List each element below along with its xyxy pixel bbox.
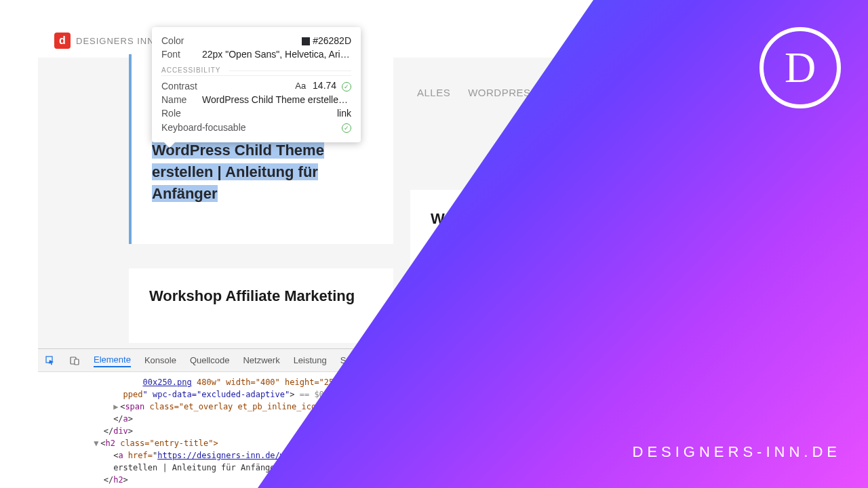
- tab-elemente[interactable]: Elemente: [94, 353, 131, 367]
- tooltip-name-label: Name: [161, 94, 186, 105]
- brand-circle-logo: D: [760, 27, 841, 108]
- svg-rect-2: [75, 359, 79, 365]
- tab-netzwerk[interactable]: Netzwerk: [243, 354, 279, 367]
- device-toolbar-icon[interactable]: [69, 355, 80, 366]
- inspect-icon[interactable]: [45, 355, 56, 366]
- site-logo[interactable]: d DESIGNERS INN: [54, 33, 155, 49]
- tab-quellcode[interactable]: Quellcode: [190, 354, 230, 367]
- article-card-2[interactable]: Workshop Affiliate Marketing: [129, 268, 393, 343]
- tooltip-name-value: WordPress Child Theme erstellen | A...: [202, 94, 351, 105]
- tooltip-contrast-label: Contrast: [161, 81, 197, 92]
- logo-mark: d: [54, 33, 71, 49]
- tooltip-contrast-value: 14.74: [313, 80, 336, 91]
- check-icon: ✓: [342, 123, 351, 133]
- article-title: Workshop Affiliate Marketing: [149, 287, 373, 305]
- tooltip-role-value: link: [337, 108, 351, 119]
- check-icon: ✓: [342, 82, 351, 92]
- tooltip-color-value: #26282D: [313, 35, 351, 46]
- logo-text: DESIGNERS INN: [76, 36, 155, 46]
- tooltip-font-label: Font: [161, 49, 180, 60]
- tooltip-color-label: Color: [161, 35, 184, 46]
- nav-item-alles[interactable]: ALLES: [417, 87, 450, 98]
- devtools-element-tooltip: Color #26282D Font 22px "Open Sans", Hel…: [152, 27, 361, 142]
- tab-leistung[interactable]: Leistung: [294, 354, 327, 367]
- tooltip-accessibility-header: ACCESSIBILITY: [161, 66, 351, 76]
- article-title-link[interactable]: WordPress Child Theme erstellen | Anleit…: [152, 142, 324, 202]
- tooltip-font-value: 22px "Open Sans", Helvetica, Arial, Lu..…: [202, 49, 351, 60]
- contrast-aa-icon: Aa: [295, 81, 306, 91]
- tooltip-role-label: Role: [161, 108, 181, 119]
- tab-konsole[interactable]: Konsole: [144, 354, 176, 367]
- color-swatch-icon: [302, 37, 310, 45]
- brand-url-text: DESIGNERS-INN.DE: [633, 443, 841, 461]
- tooltip-kb-label: Keyboard-focusable: [161, 122, 246, 133]
